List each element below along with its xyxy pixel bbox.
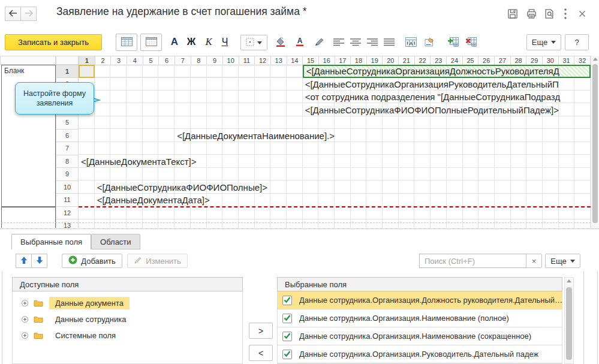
close-icon[interactable] xyxy=(575,7,589,21)
column-header[interactable]: 19 xyxy=(367,56,383,65)
tree-item[interactable]: Данные сотрудника xyxy=(13,311,242,327)
tab-areas[interactable]: Области xyxy=(91,234,140,249)
italic-button[interactable]: К xyxy=(201,34,216,50)
signature-button[interactable] xyxy=(422,35,438,50)
column-header[interactable]: 23 xyxy=(431,56,447,65)
save-icon[interactable] xyxy=(505,7,520,21)
sheet-cell-text[interactable]: <[ДанныеДокументаНаименование].> xyxy=(174,130,591,143)
sheet-cell-text[interactable]: <от сотрудника подразделения "[ДанныеСот… xyxy=(303,91,591,104)
kebab-menu-icon[interactable] xyxy=(561,7,570,21)
bold-button[interactable]: Ж xyxy=(183,34,199,50)
more-button[interactable]: Еще xyxy=(526,34,561,50)
print-preview-icon[interactable] xyxy=(542,7,556,21)
expand-icon[interactable] xyxy=(22,300,28,306)
row-header[interactable]: 8 xyxy=(56,155,79,169)
font-button[interactable]: А xyxy=(167,34,182,50)
align-center-button[interactable] xyxy=(348,35,363,50)
expand-icon[interactable] xyxy=(22,332,28,339)
column-header[interactable]: 5 xyxy=(143,56,159,65)
column-header[interactable]: 18 xyxy=(351,56,367,65)
column-header[interactable]: 24 xyxy=(447,56,463,65)
tree-item[interactable]: Данные документа xyxy=(13,295,242,311)
column-header[interactable]: 21 xyxy=(399,56,415,65)
column-header[interactable]: 11 xyxy=(239,56,255,65)
search-input[interactable] xyxy=(419,254,526,268)
scrollbar-thumb[interactable] xyxy=(566,287,572,360)
column-header[interactable]: 15 xyxy=(303,56,319,65)
list-item[interactable]: Данные сотрудника.Организация.Руководите… xyxy=(278,345,562,363)
tree-item[interactable]: Системные поля xyxy=(13,327,242,344)
row-header[interactable]: 10 xyxy=(56,181,79,194)
fill-color-button[interactable] xyxy=(273,35,288,50)
row-header[interactable]: 13 xyxy=(56,219,79,228)
add-named-area-button[interactable] xyxy=(445,35,460,50)
row-header[interactable]: 5 xyxy=(56,116,79,130)
help-button[interactable]: ? xyxy=(565,34,589,50)
tab-selected-fields[interactable]: Выбранные поля xyxy=(11,234,91,249)
move-left-button[interactable]: < xyxy=(249,345,273,361)
row-header[interactable]: 7 xyxy=(56,142,79,155)
column-width-button[interactable]: А xyxy=(403,35,419,50)
checkbox[interactable] xyxy=(282,350,292,359)
move-up-button[interactable] xyxy=(16,254,32,268)
column-header[interactable]: 7 xyxy=(175,56,191,65)
forward-button[interactable] xyxy=(20,7,37,21)
column-header[interactable]: 16 xyxy=(319,56,335,65)
checkbox[interactable] xyxy=(282,314,292,323)
row-header[interactable]: 6 xyxy=(56,130,79,143)
row-header[interactable]: 1 xyxy=(56,65,79,78)
back-button[interactable] xyxy=(5,7,21,21)
column-header[interactable]: 32 xyxy=(574,56,591,65)
borders-dropdown[interactable] xyxy=(240,35,267,50)
sheet-vertical-scrollbar[interactable] xyxy=(591,56,599,228)
row-header[interactable]: 9 xyxy=(56,168,79,181)
pane-splitter[interactable] xyxy=(0,228,599,229)
checkbox[interactable] xyxy=(282,332,292,341)
sheet-cell-text[interactable]: <[ДанныеСотрудникаФИОФИОПолныеРодительны… xyxy=(303,104,591,117)
align-right-button[interactable] xyxy=(365,35,380,50)
scrollbar-thumb[interactable] xyxy=(592,64,598,223)
column-header[interactable]: 8 xyxy=(191,56,207,65)
column-header[interactable]: 30 xyxy=(543,56,559,65)
font-color-button[interactable]: А xyxy=(292,35,308,50)
print-icon[interactable] xyxy=(524,7,538,21)
table-grid-toggle[interactable] xyxy=(140,34,162,51)
move-down-button[interactable] xyxy=(31,254,47,268)
list-item[interactable]: Данные сотрудника.Организация.Наименован… xyxy=(278,309,562,327)
column-header[interactable]: 4 xyxy=(127,56,143,65)
align-justify-button[interactable] xyxy=(381,35,397,50)
bottom-more-button[interactable]: Еще xyxy=(545,254,580,268)
highlight-pencil-button[interactable] xyxy=(311,35,327,50)
section-bracket-footer[interactable] xyxy=(1,207,56,228)
sheet-cell-text[interactable]: <[ДанныеДокументаДата]> xyxy=(95,194,591,207)
add-field-button[interactable]: Добавить xyxy=(62,254,122,268)
column-header[interactable]: 10 xyxy=(223,56,239,65)
move-right-button[interactable]: > xyxy=(249,323,273,339)
list-item[interactable]: Данные сотрудника.Организация.Наименован… xyxy=(278,327,562,345)
selected-cell[interactable] xyxy=(79,65,95,78)
search-clear-button[interactable]: × xyxy=(526,254,542,268)
row-header[interactable]: 11 xyxy=(56,194,79,207)
column-header[interactable]: 26 xyxy=(478,56,495,65)
column-header[interactable]: 29 xyxy=(526,56,543,65)
underline-button[interactable]: Ч xyxy=(217,34,233,50)
column-header[interactable]: 27 xyxy=(495,56,511,65)
checkbox[interactable] xyxy=(282,296,292,305)
column-header[interactable]: 3 xyxy=(111,56,127,65)
column-header[interactable]: 31 xyxy=(559,56,575,65)
column-header[interactable]: 2 xyxy=(95,56,112,65)
column-header[interactable]: 20 xyxy=(383,56,399,65)
sheet-cell-text[interactable]: <[ДанныеДокументаТекст]> xyxy=(79,155,591,169)
column-header[interactable]: 1 xyxy=(79,56,95,65)
sheet-cell-text[interactable]: <[ДанныеСотрудникаОрганизацияРуководител… xyxy=(303,78,591,91)
sheet-cell-text[interactable]: <[ДанныеСотрудникаОрганизацияДолжностьРу… xyxy=(303,65,591,78)
column-header[interactable]: 28 xyxy=(511,56,527,65)
list-vertical-scrollbar[interactable] xyxy=(564,277,574,364)
column-header[interactable]: 22 xyxy=(415,56,431,65)
remove-named-area-button[interactable] xyxy=(463,35,478,50)
column-header[interactable]: 17 xyxy=(335,56,351,65)
save-and-close-button[interactable]: Записать и закрыть xyxy=(5,34,102,50)
column-header[interactable]: 14 xyxy=(287,56,303,65)
column-header[interactable]: 9 xyxy=(207,56,223,65)
list-item[interactable]: Данные сотрудника.Организация.Должность … xyxy=(278,291,562,309)
